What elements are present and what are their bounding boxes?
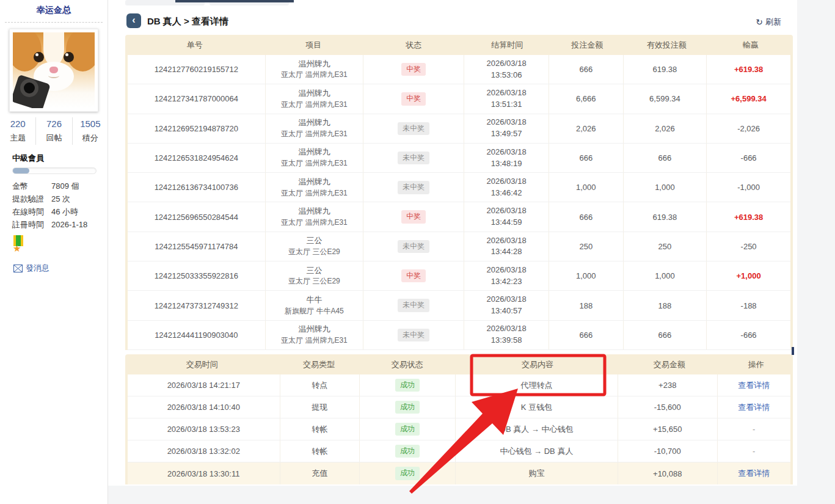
bet-records-table: 单号项目状态结算时间投注金额有效投注额輸贏 124212776021915571… bbox=[125, 35, 793, 350]
column-header: 状态 bbox=[363, 35, 464, 55]
send-message-link[interactable]: 發消息 bbox=[13, 263, 49, 274]
bet-order-id: 1242126531824954624 bbox=[128, 144, 266, 172]
settle-date: 2026/03/18 bbox=[487, 87, 527, 99]
txn-table-header: 交易时间交易类型交易状态交易内容交易金额操作 bbox=[125, 354, 793, 374]
settle-date: 2026/03/18 bbox=[487, 294, 527, 305]
txn-table-body: 2026/03/18 14:21:17 转点 成功 代理转点 +238 查看详情… bbox=[125, 374, 793, 484]
info-label: 提款驗證 bbox=[12, 192, 51, 205]
bet-order-id: 1242127760219155712 bbox=[128, 55, 266, 84]
settle-date: 2026/03/18 bbox=[487, 58, 527, 70]
view-details-link[interactable]: 查看详情 bbox=[738, 402, 770, 413]
success-badge: 成功 bbox=[395, 401, 420, 414]
settle-clock: 13:51:31 bbox=[491, 99, 522, 111]
bet-status-cell: 中奖 bbox=[363, 261, 464, 290]
stat-points[interactable]: 1505 積分 bbox=[73, 117, 108, 145]
settle-clock: 13:44:59 bbox=[491, 217, 522, 228]
bet-status-cell: 未中奖 bbox=[363, 321, 464, 349]
bet-win-loss: -666 bbox=[707, 321, 790, 349]
txn-action-cell: 查看详情 bbox=[718, 396, 790, 418]
info-row-withdraw-verify: 提款驗證 25 次 bbox=[12, 192, 101, 205]
level-progress-bar bbox=[12, 167, 97, 174]
no-action-dash: - bbox=[753, 447, 755, 456]
column-header: 交易时间 bbox=[125, 354, 279, 374]
username: 幸运金总 bbox=[0, 0, 108, 16]
txn-status-cell: 成功 bbox=[360, 418, 456, 440]
bet-settle-time: 2026/03/18 13:48:19 bbox=[464, 144, 549, 172]
refresh-label: 刷新 bbox=[765, 16, 781, 27]
envelope-icon bbox=[13, 265, 23, 272]
bet-valid-amount: 1,000 bbox=[624, 261, 707, 290]
txn-status-cell: 成功 bbox=[360, 396, 456, 418]
main-content: ‹ DB 真人 > 查看详情 ↻ 刷新 单号项目状态结算时间投注金额有效投注额輸… bbox=[108, 0, 797, 486]
bet-hall-name: 亚太厅 温州牌九E31 bbox=[281, 129, 348, 139]
bet-table-row: 1242127760219155712 温州牌九 亚太厅 温州牌九E31 中奖 … bbox=[128, 55, 790, 84]
bet-game-name: 三公 bbox=[306, 235, 322, 247]
txn-status-cell: 成功 bbox=[360, 440, 456, 462]
txn-amount: +238 bbox=[618, 374, 718, 396]
txn-type: 转帐 bbox=[280, 418, 360, 440]
bet-game-name: 温州牌九 bbox=[298, 117, 330, 129]
txn-table-row: 2026/03/18 14:10:40 提现 成功 K 豆钱包 -15,600 … bbox=[128, 396, 790, 418]
settle-date: 2026/03/18 bbox=[487, 205, 527, 217]
bet-order-id: 1242125545971174784 bbox=[128, 232, 266, 261]
bet-table-row: 1242125696550284544 温州牌九 亚太厅 温州牌九E31 中奖 … bbox=[128, 202, 790, 232]
bet-valid-amount: 188 bbox=[624, 291, 707, 320]
settle-clock: 13:42:23 bbox=[491, 276, 522, 288]
bet-status-cell: 中奖 bbox=[363, 55, 464, 84]
avatar[interactable] bbox=[9, 29, 98, 112]
bet-status-cell: 未中奖 bbox=[363, 144, 464, 172]
status-badge: 未中奖 bbox=[398, 181, 429, 194]
no-action-dash: - bbox=[753, 425, 755, 434]
bet-valid-amount: 619.38 bbox=[624, 202, 707, 231]
txn-time: 2026/03/18 13:53:23 bbox=[128, 418, 280, 440]
bet-game-name: 温州牌九 bbox=[298, 59, 330, 70]
txn-time: 2026/03/18 14:10:40 bbox=[128, 396, 280, 418]
bet-win-loss: -2,026 bbox=[707, 114, 790, 143]
success-badge: 成功 bbox=[395, 423, 420, 436]
bet-settle-time: 2026/03/18 13:53:06 bbox=[464, 55, 549, 84]
settle-date: 2026/03/18 bbox=[487, 117, 527, 128]
txn-action-cell: 查看详情 bbox=[718, 462, 790, 484]
column-header: 交易内容 bbox=[456, 354, 619, 374]
bet-hall-name: 亚太厅 温州牌九E31 bbox=[281, 70, 348, 80]
info-row-register-time: 註冊時間 2026-1-18 bbox=[12, 218, 101, 231]
column-header: 操作 bbox=[720, 354, 793, 374]
txn-amount: -15,600 bbox=[618, 396, 718, 418]
bet-amount: 666 bbox=[549, 321, 624, 349]
txn-table-row: 2026/03/18 14:21:17 转点 成功 代理转点 +238 查看详情 bbox=[128, 374, 790, 396]
settle-clock: 13:39:58 bbox=[491, 335, 522, 346]
bet-table-row: 1242126952194878720 温州牌九 亚太厅 温州牌九E31 未中奖… bbox=[128, 114, 790, 144]
pagination-fragment[interactable] bbox=[792, 347, 794, 355]
back-button[interactable]: ‹ bbox=[126, 13, 141, 28]
column-header: 投注金额 bbox=[550, 35, 624, 55]
column-header: 结算时间 bbox=[464, 35, 550, 55]
status-badge: 中奖 bbox=[401, 210, 426, 223]
cat-avatar-image bbox=[13, 32, 95, 108]
info-value: 46 小時 bbox=[51, 205, 101, 218]
bet-valid-amount: 250 bbox=[624, 232, 707, 261]
bet-table-body: 1242127760219155712 温州牌九 亚太厅 温州牌九E31 中奖 … bbox=[125, 55, 793, 350]
status-badge: 中奖 bbox=[401, 92, 426, 105]
bet-status-cell: 未中奖 bbox=[363, 114, 464, 143]
view-details-link[interactable]: 查看详情 bbox=[738, 468, 770, 479]
stat-replies[interactable]: 726 回帖 bbox=[36, 117, 72, 145]
bet-game-name: 牛牛 bbox=[306, 294, 322, 306]
settle-date: 2026/03/18 bbox=[487, 235, 527, 247]
txn-status-cell: 成功 bbox=[360, 374, 456, 396]
back-chevron-icon: ‹ bbox=[132, 15, 135, 25]
stat-threads[interactable]: 220 主题 bbox=[0, 117, 36, 145]
view-details-link[interactable]: 查看详情 bbox=[738, 380, 770, 391]
bet-order-id: 1242125033355922816 bbox=[128, 261, 266, 290]
info-label: 在線時間 bbox=[12, 205, 51, 218]
bet-valid-amount: 6,599.34 bbox=[624, 84, 707, 113]
refresh-button[interactable]: ↻ 刷新 bbox=[756, 16, 781, 27]
bet-amount: 6,666 bbox=[549, 84, 624, 113]
bet-status-cell: 未中奖 bbox=[363, 232, 464, 261]
column-header: 单号 bbox=[125, 35, 264, 55]
column-header: 交易类型 bbox=[279, 354, 359, 374]
settle-date: 2026/03/18 bbox=[487, 147, 527, 158]
member-level: 中級會員 bbox=[12, 153, 44, 164]
txn-amount: +15,650 bbox=[618, 418, 718, 440]
bet-table-row: 1242126136734100736 温州牌九 亚太厅 温州牌九E31 未中奖… bbox=[128, 173, 790, 202]
bet-order-id: 1242125696550284544 bbox=[128, 202, 266, 231]
